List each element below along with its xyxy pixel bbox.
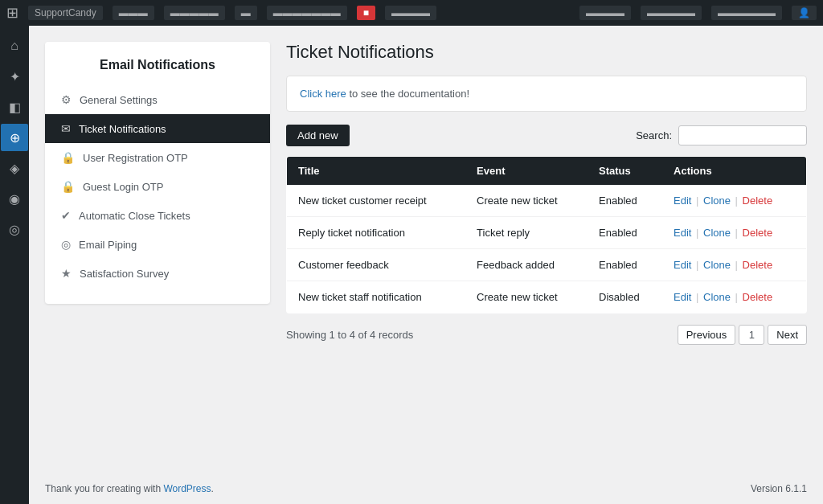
table-row: Customer feedback Feedback added Enabled… — [287, 249, 807, 281]
sidebar-item-general-settings[interactable]: ⚙ General Settings — [45, 85, 270, 114]
cell-event-1: Ticket reply — [465, 217, 588, 249]
admin-bar-site[interactable]: SupportCandy — [28, 6, 103, 20]
plugin-sidebar: Email Notifications ⚙ General Settings ✉… — [45, 42, 270, 304]
footer-thank-you: Thank you for creating with — [45, 483, 163, 494]
action-edit-2[interactable]: Edit — [674, 259, 691, 271]
action-delete-1[interactable]: Delete — [743, 227, 773, 239]
cell-event-2: Feedback added — [465, 249, 588, 281]
pagination-next-button[interactable]: Next — [768, 325, 807, 345]
action-delete-2[interactable]: Delete — [743, 259, 773, 271]
admin-bar-item-4[interactable]: ▬▬▬▬▬▬▬ — [267, 6, 347, 20]
cell-actions-2: Edit | Clone | Delete — [662, 249, 806, 281]
admin-bar-right-3[interactable]: ▬▬▬▬▬▬ — [711, 6, 782, 20]
cell-title-1: Reply ticket notification — [287, 217, 466, 249]
sidebar-item-label-satisfaction-survey: Satisfaction Survey — [80, 268, 169, 280]
sidebar-item-label-automatic-close: Automatic Close Tickets — [79, 210, 190, 222]
table-row: Reply ticket notification Ticket reply E… — [287, 217, 807, 249]
footer: Thank you for creating with WordPress. V… — [29, 473, 823, 504]
table-row: New ticket customer receipt Create new t… — [287, 185, 807, 217]
wp-sidebar-icon-settings[interactable]: ◎ — [1, 215, 28, 243]
sidebar-item-user-registration-otp[interactable]: 🔒 User Registration OTP — [45, 143, 270, 172]
wp-sidebar-icon-users[interactable]: ◉ — [1, 185, 28, 212]
wp-sidebar-icon-posts[interactable]: ✦ — [1, 63, 28, 90]
table-row: New ticket staff notification Create new… — [287, 281, 807, 313]
wp-sidebar-icon-appearance[interactable]: ◈ — [1, 154, 28, 182]
lock-icon-1: 🔒 — [61, 151, 75, 164]
pagination-previous-button[interactable]: Previous — [678, 325, 736, 345]
star-icon: ★ — [61, 267, 72, 280]
sidebar-item-label-guest-login-otp: Guest Login OTP — [83, 181, 163, 193]
sidebar-item-guest-login-otp[interactable]: 🔒 Guest Login OTP — [45, 172, 270, 201]
admin-bar: ⊞ SupportCandy ▬▬▬ ▬▬▬▬▬ ▬ ▬▬▬▬▬▬▬ ■ ▬▬▬… — [0, 0, 823, 26]
cell-status-1: Enabled — [588, 217, 662, 249]
wp-sidebar-icon-dashboard[interactable]: ⌂ — [1, 32, 28, 59]
pagination-info: Showing 1 to 4 of 4 records — [286, 329, 413, 341]
main-area: Email Notifications ⚙ General Settings ✉… — [29, 26, 823, 504]
col-header-event: Event — [465, 157, 588, 186]
action-clone-0[interactable]: Clone — [703, 195, 731, 207]
col-header-title: Title — [287, 157, 466, 186]
action-clone-3[interactable]: Clone — [703, 291, 731, 303]
sidebar-item-label-email-piping: Email Piping — [79, 239, 137, 251]
documentation-link[interactable]: Click here — [300, 88, 346, 100]
cell-status-3: Disabled — [588, 281, 662, 313]
action-edit-1[interactable]: Edit — [674, 227, 691, 239]
wp-logo[interactable]: ⊞ — [6, 4, 18, 22]
info-box-text: to see the documentation! — [346, 88, 469, 100]
admin-bar-item-2[interactable]: ▬▬▬▬▬ — [164, 6, 225, 20]
action-edit-3[interactable]: Edit — [674, 291, 691, 303]
checkmark-icon: ✔ — [61, 209, 71, 222]
admin-bar-right-2[interactable]: ▬▬▬▬▬ — [641, 6, 702, 20]
sidebar-item-label-ticket-notifications: Ticket Notifications — [79, 123, 166, 135]
admin-bar-item-3[interactable]: ▬ — [235, 6, 257, 20]
cell-event-3: Create new ticket — [465, 281, 588, 313]
sidebar-item-automatic-close-tickets[interactable]: ✔ Automatic Close Tickets — [45, 201, 270, 230]
plugin-sidebar-title: Email Notifications — [45, 58, 270, 85]
info-box: Click here to see the documentation! — [286, 76, 807, 112]
action-delete-0[interactable]: Delete — [743, 195, 773, 207]
plugin-content: Email Notifications ⚙ General Settings ✉… — [29, 26, 823, 473]
content-panel: Ticket Notifications Click here to see t… — [286, 42, 807, 457]
col-header-status: Status — [588, 157, 662, 186]
action-delete-3[interactable]: Delete — [743, 291, 773, 303]
sidebar-item-label-user-registration-otp: User Registration OTP — [83, 152, 188, 164]
action-clone-2[interactable]: Clone — [703, 259, 731, 271]
toolbar: Add new Search: — [286, 125, 807, 146]
search-input[interactable] — [678, 125, 807, 145]
action-edit-0[interactable]: Edit — [674, 195, 691, 207]
pagination-current-page: 1 — [739, 325, 764, 345]
circle-icon: ◎ — [61, 238, 71, 251]
footer-text: Thank you for creating with WordPress. — [45, 483, 214, 494]
sidebar-item-satisfaction-survey[interactable]: ★ Satisfaction Survey — [45, 259, 270, 288]
cell-title-3: New ticket staff notification — [287, 281, 466, 313]
sidebar-item-label-general-settings: General Settings — [80, 94, 158, 106]
pagination: Showing 1 to 4 of 4 records Previous 1 N… — [286, 313, 807, 348]
wp-sidebar: ⌂ ✦ ◧ ⊕ ◈ ◉ ◎ — [0, 26, 29, 504]
cell-status-2: Enabled — [588, 249, 662, 281]
footer-wordpress-link[interactable]: WordPress — [163, 483, 211, 494]
cell-event-0: Create new ticket — [465, 185, 588, 217]
admin-bar-avatar[interactable]: 👤 — [792, 6, 817, 20]
email-icon: ✉ — [61, 122, 71, 135]
cell-actions-0: Edit | Clone | Delete — [662, 185, 806, 217]
gear-icon: ⚙ — [61, 93, 72, 106]
cell-status-0: Enabled — [588, 185, 662, 217]
admin-bar-item-6[interactable]: ▬▬▬▬ — [385, 6, 436, 20]
pagination-controls: Previous 1 Next — [678, 325, 807, 345]
admin-bar-right-1[interactable]: ▬▬▬▬ — [579, 6, 631, 20]
lock-icon-2: 🔒 — [61, 180, 75, 193]
wp-sidebar-icon-plugins[interactable]: ⊕ — [1, 124, 28, 151]
search-area: Search: — [636, 125, 807, 145]
sidebar-item-ticket-notifications[interactable]: ✉ Ticket Notifications — [45, 114, 270, 143]
wp-sidebar-icon-media[interactable]: ◧ — [1, 93, 28, 121]
add-new-button[interactable]: Add new — [286, 125, 350, 146]
cell-title-0: New ticket customer receipt — [287, 185, 466, 217]
cell-actions-3: Edit | Clone | Delete — [662, 281, 806, 313]
data-table: Title Event Status Actions New ticket cu… — [286, 156, 807, 313]
sidebar-item-email-piping[interactable]: ◎ Email Piping — [45, 230, 270, 259]
admin-bar-item-1[interactable]: ▬▬▬ — [113, 6, 154, 20]
col-header-actions: Actions — [662, 157, 806, 186]
admin-bar-item-5[interactable]: ■ — [357, 6, 375, 20]
action-clone-1[interactable]: Clone — [703, 227, 731, 239]
cell-title-2: Customer feedback — [287, 249, 466, 281]
